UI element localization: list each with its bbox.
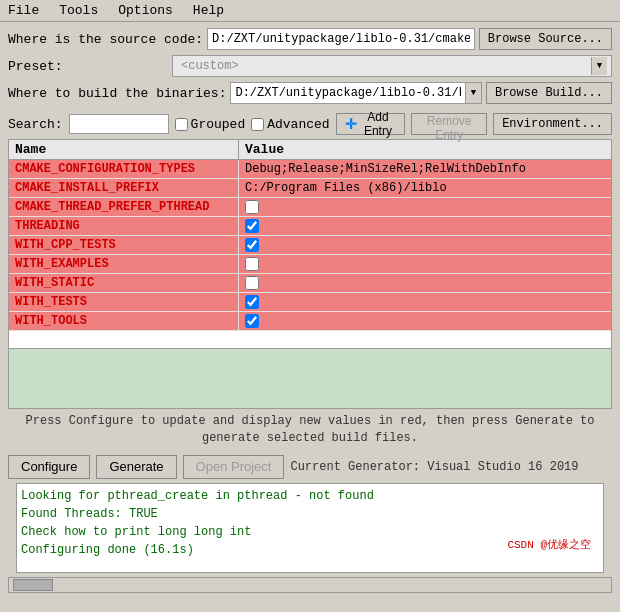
log-line: Looking for pthread_create in pthread - … [21,487,599,505]
log-line: Found Threads: TRUE [21,505,599,523]
row-value[interactable] [239,236,611,254]
open-project-button[interactable]: Open Project [183,455,285,479]
row-name: WITH_STATIC [9,274,239,292]
table-row[interactable]: CMAKE_CONFIGURATION_TYPES Debug;Release;… [9,160,611,179]
row-name: CMAKE_THREAD_PREFER_PTHREAD [9,198,239,216]
scrollbar-thumb[interactable] [13,579,53,591]
search-input[interactable] [69,114,169,134]
preset-row: Preset: <custom> ▼ [8,55,612,77]
table-row[interactable]: THREADING [9,217,611,236]
add-entry-label: Add Entry [360,110,397,138]
header-name: Name [9,140,239,159]
row-checkbox[interactable] [245,219,259,233]
generator-text: Current Generator: Visual Studio 16 2019 [290,460,578,474]
row-checkbox[interactable] [245,276,259,290]
environment-button[interactable]: Environment... [493,113,612,135]
table-header: Name Value [9,140,611,160]
preset-label: Preset: [8,59,168,74]
row-checkbox[interactable] [245,238,259,252]
row-value[interactable] [239,198,611,216]
header-value: Value [239,140,611,159]
log-area[interactable]: Looking for pthread_create in pthread - … [16,483,604,573]
log-wrapper: Looking for pthread_create in pthread - … [8,483,612,573]
status-text: Press Configure to update and display ne… [0,409,620,451]
table-row[interactable]: WITH_STATIC [9,274,611,293]
entries-table: Name Value CMAKE_CONFIGURATION_TYPES Deb… [8,139,612,349]
table-row[interactable]: WITH_CPP_TESTS [9,236,611,255]
table-row[interactable]: WITH_EXAMPLES [9,255,611,274]
row-name: WITH_TESTS [9,293,239,311]
source-input[interactable] [207,28,475,50]
table-row[interactable]: WITH_TESTS [9,293,611,312]
source-row: Where is the source code: Browse Source.… [8,28,612,50]
build-arrow[interactable]: ▼ [465,83,481,103]
menu-help[interactable]: Help [189,2,228,19]
row-value[interactable] [239,255,611,273]
table-row[interactable]: CMAKE_INSTALL_PREFIX C:/Program Files (x… [9,179,611,198]
build-row: Where to build the binaries: ▼ Browse Bu… [8,82,612,104]
preset-value: <custom> [177,59,591,73]
menu-file[interactable]: File [4,2,43,19]
add-entry-button[interactable]: ✛ Add Entry [336,113,406,135]
bottom-buttons: Configure Generate Open Project Current … [0,451,620,483]
grouped-checkbox-label[interactable]: Grouped [175,117,246,132]
row-value[interactable] [239,274,611,292]
menu-options[interactable]: Options [114,2,177,19]
configure-button[interactable]: Configure [8,455,90,479]
preset-combo[interactable]: <custom> ▼ [172,55,612,77]
advanced-label: Advanced [267,117,329,132]
table-row[interactable]: WITH_TOOLS [9,312,611,331]
browse-build-button[interactable]: Browse Build... [486,82,612,104]
build-label: Where to build the binaries: [8,86,226,101]
grouped-checkbox[interactable] [175,118,188,131]
empty-area [8,349,612,409]
watermark: CSDN @优缘之空 [507,537,591,552]
row-name: WITH_EXAMPLES [9,255,239,273]
menu-tools[interactable]: Tools [55,2,102,19]
grouped-label: Grouped [191,117,246,132]
row-value: Debug;Release;MinSizeRel;RelWithDebInfo [239,160,611,178]
row-value[interactable] [239,312,611,330]
row-value[interactable] [239,293,611,311]
menubar: File Tools Options Help [0,0,620,22]
advanced-checkbox[interactable] [251,118,264,131]
plus-icon: ✛ [345,116,357,132]
row-checkbox[interactable] [245,314,259,328]
source-label: Where is the source code: [8,32,203,47]
row-name: WITH_CPP_TESTS [9,236,239,254]
row-checkbox[interactable] [245,200,259,214]
remove-entry-button[interactable]: Remove Entry [411,113,487,135]
row-value[interactable] [239,217,611,235]
row-value: C:/Program Files (x86)/liblo [239,179,611,197]
search-row: Search: Grouped Advanced ✛ Add Entry Rem… [0,113,620,139]
horizontal-scrollbar[interactable] [8,577,612,593]
row-name: CMAKE_INSTALL_PREFIX [9,179,239,197]
table-row[interactable]: CMAKE_THREAD_PREFER_PTHREAD [9,198,611,217]
row-name: THREADING [9,217,239,235]
search-label: Search: [8,117,63,132]
browse-source-button[interactable]: Browse Source... [479,28,612,50]
row-name: CMAKE_CONFIGURATION_TYPES [9,160,239,178]
build-input[interactable] [231,85,465,101]
generate-button[interactable]: Generate [96,455,176,479]
preset-arrow[interactable]: ▼ [591,57,607,75]
row-name: WITH_TOOLS [9,312,239,330]
form-area: Where is the source code: Browse Source.… [0,22,620,113]
advanced-checkbox-label[interactable]: Advanced [251,117,329,132]
row-checkbox[interactable] [245,295,259,309]
row-checkbox[interactable] [245,257,259,271]
